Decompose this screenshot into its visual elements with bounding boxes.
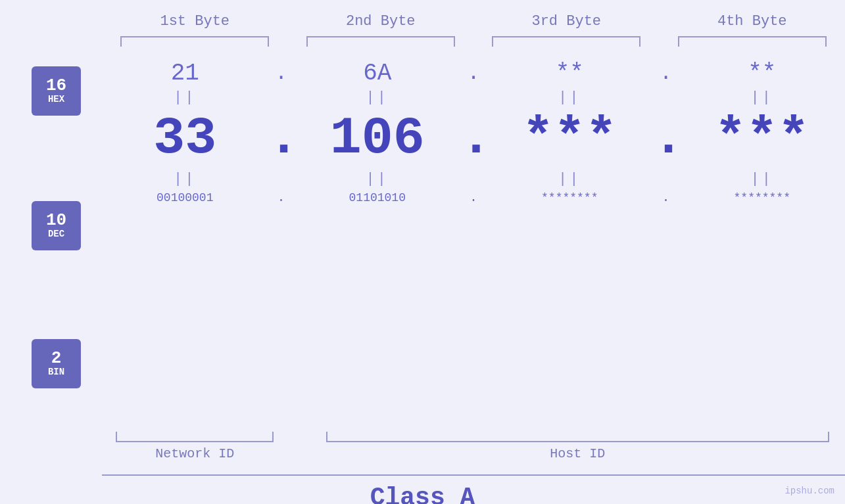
content-area: 16 HEX 10 DEC 2 BIN 21 . 6A . ** . ** — [0, 60, 845, 428]
byte-headers: 1st Byte 2nd Byte 3rd Byte 4th Byte — [0, 13, 845, 30]
host-id-label: Host ID — [550, 446, 605, 461]
top-bracket-1 — [102, 36, 288, 47]
hex-dot-1: . — [268, 61, 295, 85]
dec-dot-2: . — [460, 108, 487, 168]
hex-val-4: ** — [679, 60, 846, 87]
dec-val-2: 106 — [295, 108, 461, 168]
eq2-4: || — [679, 171, 846, 187]
bin-row: 00100001 . 01101010 . ******** . *******… — [102, 190, 845, 205]
top-bracket-line-3 — [492, 36, 640, 47]
byte-header-2: 2nd Byte — [288, 13, 474, 30]
labels-column: 16 HEX 10 DEC 2 BIN — [0, 60, 102, 428]
host-id-bracket — [326, 432, 829, 442]
watermark: ipshu.com — [785, 486, 834, 496]
dec-badge: 10 DEC — [32, 201, 81, 250]
host-id-section: Host ID — [310, 432, 845, 461]
eq1-1: || — [102, 89, 268, 106]
dec-val-3: *** — [487, 108, 653, 168]
bin-dot-1: . — [268, 190, 295, 205]
eq2-3: || — [487, 171, 653, 187]
hex-badge-label: HEX — [48, 94, 64, 105]
bin-val-4: ******** — [679, 191, 846, 204]
dec-badge-num: 10 — [46, 212, 66, 229]
network-id-bracket — [116, 432, 274, 442]
hex-badge: 16 HEX — [32, 66, 81, 116]
bin-val-1: 00100001 — [102, 191, 268, 204]
eq1-4: || — [679, 89, 846, 106]
hex-badge-num: 16 — [46, 77, 66, 94]
bin-badge-num: 2 — [51, 350, 62, 367]
top-bracket-line-4 — [678, 36, 827, 47]
full-bottom-bracket — [102, 474, 845, 476]
hex-dot-2: . — [460, 61, 487, 85]
dec-row: 33 . 106 . *** . *** — [102, 108, 845, 168]
top-bracket-line-1 — [120, 36, 269, 47]
eq1-2: || — [295, 89, 461, 106]
dec-badge-label: DEC — [48, 229, 64, 240]
top-bracket-3 — [473, 36, 660, 47]
hex-val-3: ** — [487, 60, 653, 87]
bin-val-2: 01101010 — [295, 191, 461, 204]
equals-row-2: || || || || — [102, 168, 845, 190]
main-container: 1st Byte 2nd Byte 3rd Byte 4th Byte 16 H… — [0, 0, 845, 504]
hex-val-1: 21 — [102, 60, 268, 87]
bin-dot-2: . — [460, 190, 487, 205]
byte-header-1: 1st Byte — [102, 13, 288, 30]
hex-val-2: 6A — [295, 60, 461, 87]
hex-row: 21 . 6A . ** . ** — [102, 60, 845, 87]
dec-val-4: *** — [679, 108, 846, 168]
eq2-1: || — [102, 171, 268, 187]
top-bracket-row — [0, 36, 845, 47]
bin-dot-3: . — [653, 190, 679, 205]
byte-header-3: 3rd Byte — [473, 13, 660, 30]
byte-header-4: 4th Byte — [660, 13, 846, 30]
eq2-2: || — [295, 171, 461, 187]
values-grid: 21 . 6A . ** . ** || || || || 33 — [102, 60, 845, 428]
dec-dot-1: . — [268, 108, 295, 168]
class-label: Class A — [0, 484, 845, 504]
dec-dot-3: . — [653, 108, 679, 168]
top-bracket-2 — [288, 36, 474, 47]
eq1-3: || — [487, 89, 653, 106]
top-bracket-4 — [660, 36, 846, 47]
dec-val-1: 33 — [102, 108, 268, 168]
top-bracket-line-2 — [306, 36, 455, 47]
bin-badge-label: BIN — [48, 367, 64, 378]
network-id-label: Network ID — [155, 446, 234, 461]
network-id-section: Network ID — [102, 432, 288, 461]
bottom-brackets-wrapper: Network ID Host ID — [0, 432, 845, 461]
bin-badge: 2 BIN — [32, 339, 81, 388]
bin-val-3: ******** — [487, 191, 653, 204]
hex-dot-3: . — [653, 61, 679, 85]
equals-row-1: || || || || — [102, 87, 845, 108]
